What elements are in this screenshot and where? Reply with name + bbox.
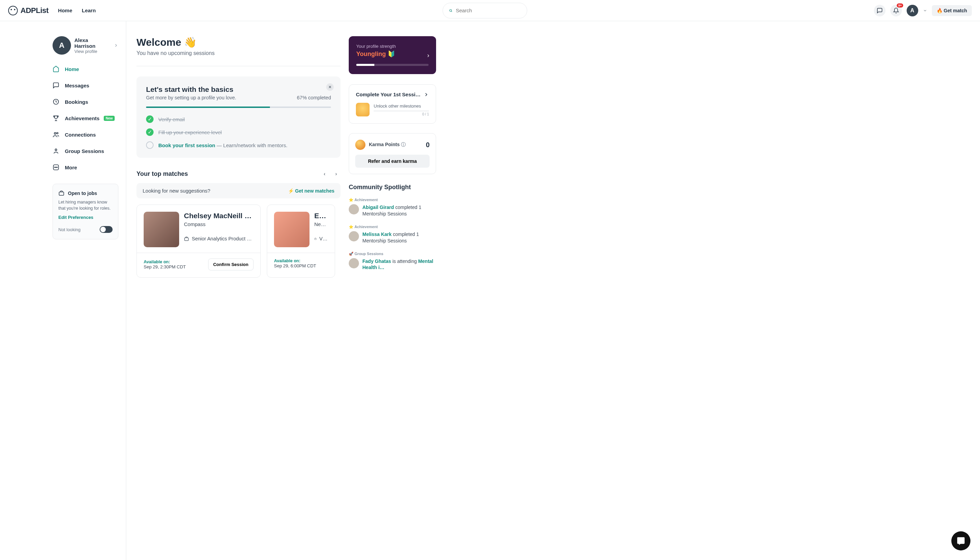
messages-button[interactable]: [874, 5, 885, 17]
svg-line-1: [452, 11, 452, 12]
search-icon: [449, 7, 452, 14]
sidebar: A Alexa Harrison View profile Home Messa…: [0, 21, 126, 560]
header-left: ADPList Home Learn: [8, 6, 96, 15]
edit-preferences-link[interactable]: Edit Preferences: [58, 215, 113, 220]
refer-karma-button[interactable]: Refer and earn karma: [355, 155, 430, 168]
get-new-matches-link[interactable]: ⚡ Get new matches: [288, 188, 334, 193]
chevron-right-icon: ›: [427, 52, 429, 59]
available-time: Sep 29, 2:30PM CDT: [144, 264, 186, 269]
karma-value: 0: [426, 141, 430, 149]
sidebar-item-label: Achievements: [65, 115, 100, 121]
basics-subtitle: Get more by setting up a profile you lov…: [146, 95, 236, 100]
mentor-avatar: [274, 212, 309, 247]
svg-rect-12: [315, 238, 316, 240]
users-icon: [53, 131, 59, 138]
nav-learn[interactable]: Learn: [82, 8, 96, 13]
sidebar-item-home[interactable]: Home: [53, 65, 118, 72]
avatar-menu[interactable]: A: [907, 5, 918, 17]
strength-progress: [356, 64, 429, 66]
briefcase-icon: [314, 236, 317, 242]
svg-point-9: [57, 167, 58, 168]
karma-coin-icon: [355, 140, 365, 150]
prev-matches-button[interactable]: ‹: [320, 169, 329, 178]
confirm-session-button[interactable]: Confirm Session: [208, 258, 254, 270]
step-experience: ✓ Fill up your experience level: [146, 128, 331, 136]
group-icon: [53, 148, 59, 154]
spotlight-item[interactable]: ⭐ Achievement Melissa Kark completed 1 M…: [349, 225, 436, 244]
open-to-jobs-card: Open to jobs Let hiring managers know th…: [53, 184, 118, 239]
mentor-name: Chelsey MacNeill …: [184, 212, 252, 220]
milestone-title: Complete Your 1st Sessi…: [356, 92, 421, 97]
step-link[interactable]: Book your first session: [158, 142, 215, 148]
sidebar-profile[interactable]: A Alexa Harrison View profile: [53, 36, 118, 55]
sidebar-item-label: Connections: [65, 132, 96, 138]
milestone-count: 0 / 1: [374, 112, 429, 116]
mentor-role: Senior Analytics Product …: [192, 236, 252, 242]
spotlight-name: Fady Ghatas: [362, 258, 391, 264]
karma-label: Karma Points ⓘ: [369, 142, 406, 148]
chevron-right-icon: [114, 43, 118, 48]
svg-rect-11: [184, 238, 188, 240]
sidebar-item-label: More: [65, 165, 77, 170]
sidebar-item-messages[interactable]: Messages: [53, 82, 118, 89]
briefcase-icon: [58, 190, 65, 196]
logo-icon: [8, 6, 18, 15]
sidebar-item-group-sessions[interactable]: Group Sessions: [53, 148, 118, 154]
jobs-toggle-label: Not looking: [58, 227, 81, 232]
welcome-subtitle: You have no upcoming sessions: [136, 50, 341, 56]
get-match-button[interactable]: 🔥 Get match: [932, 5, 972, 16]
profile-strength-card[interactable]: Your profile strength Youngling 🔰 ›: [349, 36, 436, 74]
spotlight-name: Abigail Girard: [362, 205, 394, 210]
sidebar-nav: Home Messages Bookings Achievements New …: [53, 65, 118, 171]
step-book-session: Book your first session — Learn/network …: [146, 142, 331, 149]
close-button[interactable]: ✕: [326, 83, 334, 91]
home-icon: [53, 65, 59, 72]
match-card[interactable]: Elba F… Nexstar … Video … Available on: …: [267, 205, 335, 278]
nav-home[interactable]: Home: [58, 8, 72, 13]
sidebar-item-bookings[interactable]: Bookings: [53, 98, 118, 105]
spotlight-item[interactable]: 🚀 Group Sessions Fady Ghatas is attendin…: [349, 252, 436, 271]
chevron-right-icon: [424, 92, 429, 97]
suggestions-bar: Looking for new suggestions? ⚡ Get new m…: [136, 183, 341, 198]
matches-header: Your top matches ‹ ›: [136, 169, 341, 178]
step-label: Verify email: [158, 117, 185, 122]
milestone-card[interactable]: Complete Your 1st Sessi… Unlock other mi…: [349, 84, 436, 123]
more-icon: [53, 164, 59, 171]
check-icon: ✓: [146, 128, 154, 136]
search-input[interactable]: [456, 8, 521, 13]
spotlight-tag: ⭐ Achievement: [349, 198, 436, 202]
svg-rect-10: [59, 192, 64, 195]
check-icon: ✓: [146, 115, 154, 123]
notifications-button[interactable]: 9+: [890, 5, 902, 17]
message-icon: [53, 82, 59, 89]
search-box[interactable]: [443, 3, 527, 18]
community-title: Community Spotlight: [349, 184, 436, 191]
chat-fab[interactable]: [951, 531, 970, 550]
strength-value: Youngling 🔰: [356, 50, 429, 58]
divider: [136, 66, 341, 66]
spotlight-tag: 🚀 Group Sessions: [349, 252, 436, 256]
step-tail: — Learn/network with mentors.: [215, 142, 287, 148]
chevron-down-icon[interactable]: [923, 8, 927, 13]
header-right: 9+ A 🔥 Get match: [874, 5, 972, 17]
available-label: Available on:: [144, 260, 186, 264]
match-card[interactable]: Chelsey MacNeill … Compass Senior Analyt…: [136, 205, 261, 278]
sidebar-item-connections[interactable]: Connections: [53, 131, 118, 138]
svg-point-3: [54, 132, 56, 134]
spotlight-item[interactable]: ⭐ Achievement Abigail Girard completed 1…: [349, 198, 436, 217]
jobs-toggle[interactable]: [100, 226, 113, 233]
mentor-company: Nexstar …: [314, 221, 328, 227]
sidebar-item-more[interactable]: More: [53, 164, 118, 171]
welcome-title: Welcome 👋: [136, 36, 341, 48]
next-matches-button[interactable]: ›: [332, 169, 341, 178]
available-label: Available on:: [274, 258, 316, 263]
jobs-title-row: Open to jobs: [58, 190, 113, 196]
spotlight-tag: ⭐ Achievement: [349, 225, 436, 229]
milestone-progress: [374, 111, 429, 111]
logo[interactable]: ADPList: [8, 6, 48, 15]
suggest-text: Looking for new suggestions?: [143, 188, 210, 193]
header: ADPList Home Learn 9+ A 🔥 Get match: [0, 0, 980, 21]
milestone-subtitle: Unlock other milestones: [374, 103, 429, 108]
sidebar-item-achievements[interactable]: Achievements New: [53, 115, 118, 122]
sidebar-item-label: Bookings: [65, 99, 88, 105]
